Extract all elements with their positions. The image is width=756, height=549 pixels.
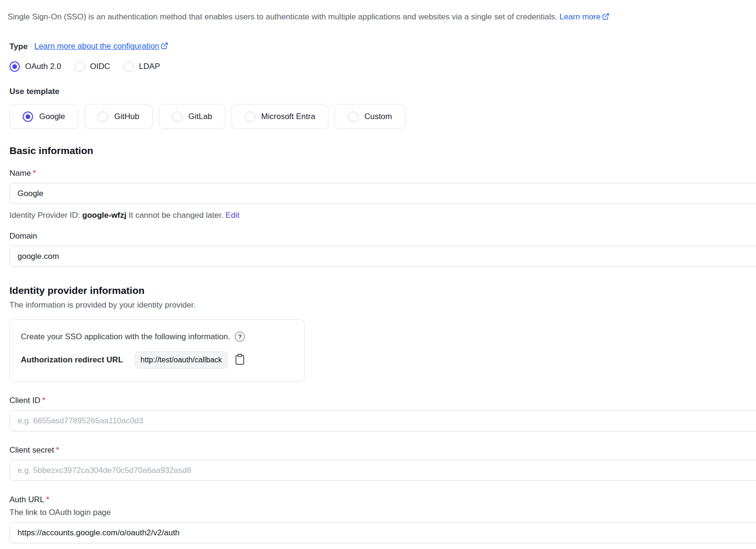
authorization-redirect-url-value: http://test/oauth/callback xyxy=(135,352,228,369)
template-card-gitlab[interactable]: GitLab xyxy=(159,104,225,129)
radio-unselected-icon[interactable] xyxy=(348,112,358,122)
radio-ldap[interactable]: LDAP xyxy=(123,61,160,72)
name-label: Name* xyxy=(9,169,756,178)
template-card-github[interactable]: GitHub xyxy=(85,104,153,129)
domain-label: Domain xyxy=(9,232,756,241)
required-asterisk: * xyxy=(46,495,50,504)
radio-unselected-icon[interactable] xyxy=(245,112,255,122)
idp-information-heading: Identity provider information xyxy=(9,285,756,296)
type-section-header: Type Learn more about the configuration xyxy=(9,42,756,52)
external-link-icon xyxy=(602,12,610,24)
type-label: Type xyxy=(9,42,27,51)
radio-oauth2[interactable]: OAuth 2.0 xyxy=(9,61,61,72)
copy-button[interactable] xyxy=(234,354,246,366)
radio-selected-icon[interactable] xyxy=(9,61,20,72)
template-microsoft-entra-label: Microsoft Entra xyxy=(261,112,315,121)
name-input[interactable] xyxy=(9,183,756,204)
configuration-learn-more-link[interactable]: Learn more about the configuration xyxy=(34,42,159,51)
required-asterisk: * xyxy=(42,396,45,405)
redirect-url-row: Authorization redirect URL http://test/o… xyxy=(21,352,293,369)
type-radio-group: OAuth 2.0 OIDC LDAP xyxy=(9,61,756,72)
template-custom-label: Custom xyxy=(364,112,392,121)
required-asterisk: * xyxy=(33,169,36,178)
help-icon[interactable]: ? xyxy=(235,332,245,342)
auth-url-input[interactable] xyxy=(9,522,756,543)
sso-description: Single Sign-On (SSO) is an authenticatio… xyxy=(8,11,756,24)
domain-input[interactable] xyxy=(9,246,756,267)
basic-information-heading: Basic information xyxy=(9,145,756,156)
identity-provider-id-value: google-wfzj xyxy=(82,211,126,220)
template-github-label: GitHub xyxy=(114,112,139,121)
helper-card-instruction-row: Create your SSO application with the fol… xyxy=(21,332,293,342)
auth-url-helper-text: The link to OAuth login page xyxy=(9,508,756,517)
identity-provider-id-note: Identity Provider ID: google-wfzj It can… xyxy=(9,211,756,220)
template-card-google[interactable]: Google xyxy=(9,104,78,129)
radio-unselected-icon[interactable] xyxy=(98,112,108,122)
required-asterisk: * xyxy=(56,446,59,455)
radio-ldap-label: LDAP xyxy=(139,62,160,71)
idp-information-description: The information is provided by your iden… xyxy=(9,300,756,310)
template-card-microsoft-entra[interactable]: Microsoft Entra xyxy=(232,104,328,129)
radio-oidc[interactable]: OIDC xyxy=(75,61,111,72)
template-gitlab-label: GitLab xyxy=(189,112,212,121)
client-secret-input[interactable] xyxy=(9,460,756,481)
use-template-label: Use template xyxy=(9,87,756,96)
client-id-label: Client ID* xyxy=(9,396,756,405)
sso-config-page: Single Sign-On (SSO) is an authenticatio… xyxy=(0,0,756,549)
radio-selected-icon[interactable] xyxy=(23,112,33,122)
radio-unselected-icon[interactable] xyxy=(75,61,85,72)
radio-unselected-icon[interactable] xyxy=(172,112,182,122)
learn-more-link[interactable]: Learn more xyxy=(559,12,601,21)
client-id-input[interactable] xyxy=(9,410,756,431)
radio-oidc-label: OIDC xyxy=(90,62,111,71)
template-google-label: Google xyxy=(39,112,65,121)
template-card-custom[interactable]: Custom xyxy=(335,104,405,129)
radio-oauth2-label: OAuth 2.0 xyxy=(25,62,61,71)
clipboard-icon xyxy=(234,353,245,367)
helper-card-instruction: Create your SSO application with the fol… xyxy=(21,332,230,342)
template-card-group: Google GitHub GitLab Microsoft Entra Cus… xyxy=(9,104,756,129)
sso-description-text: Single Sign-On (SSO) is an authenticatio… xyxy=(8,12,557,21)
sso-helper-card: Create your SSO application with the fol… xyxy=(9,319,305,382)
authorization-redirect-url-label: Authorization redirect URL xyxy=(21,355,123,365)
client-secret-label: Client secret* xyxy=(9,446,756,455)
auth-url-label: Auth URL* xyxy=(9,495,756,505)
edit-provider-id-link[interactable]: Edit xyxy=(225,211,239,220)
radio-unselected-icon[interactable] xyxy=(123,61,134,72)
external-link-icon xyxy=(161,42,168,52)
